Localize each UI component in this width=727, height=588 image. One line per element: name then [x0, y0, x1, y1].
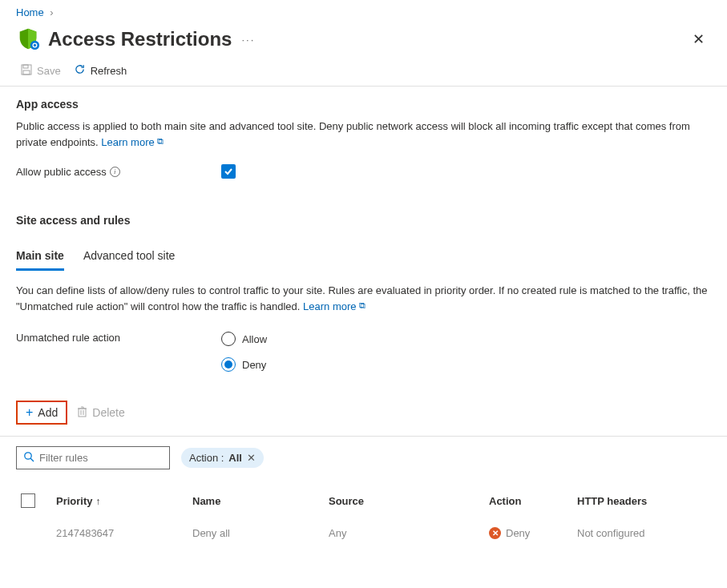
table-row[interactable]: 2147483647 Deny all Any ✕ Deny Not confi…	[16, 514, 711, 547]
site-access-heading: Site access and rules	[16, 214, 711, 227]
unmatched-rule-radios: Allow Deny	[221, 332, 267, 383]
radio-deny-label: Deny	[242, 359, 266, 371]
svg-rect-3	[23, 70, 30, 75]
refresh-button[interactable]: Refresh	[74, 63, 127, 78]
svg-rect-4	[79, 409, 86, 417]
deny-icon: ✕	[489, 527, 501, 539]
toolbar: Save Refresh	[0, 52, 727, 87]
external-icon: ⧉	[359, 300, 366, 310]
cell-source: Any	[329, 527, 489, 539]
allow-public-access-label: Allow public access i	[16, 166, 221, 178]
app-access-section: App access Public access is applied to b…	[0, 87, 727, 179]
save-icon	[21, 64, 32, 78]
save-button[interactable]: Save	[21, 64, 61, 78]
site-access-body: You can define lists of allow/deny rules…	[0, 272, 727, 383]
svg-rect-2	[23, 65, 28, 68]
radio-deny-row[interactable]: Deny	[221, 357, 267, 372]
more-icon[interactable]: ···	[241, 34, 255, 46]
sort-asc-icon: ↑	[95, 496, 100, 507]
filter-pill-value: All	[228, 452, 242, 464]
radio-allow[interactable]	[221, 332, 236, 346]
filter-input[interactable]	[39, 452, 163, 464]
radio-allow-row[interactable]: Allow	[221, 332, 267, 346]
filter-pill-clear-icon[interactable]: ✕	[247, 452, 256, 464]
search-icon	[23, 451, 34, 465]
breadcrumb: Home ›	[0, 0, 727, 22]
select-all-checkbox[interactable]	[21, 493, 35, 508]
chevron-right-icon: ›	[50, 6, 53, 18]
info-icon[interactable]: i	[110, 167, 120, 177]
app-access-desc: Public access is applied to both main si…	[16, 119, 711, 150]
site-access-section: Site access and rules	[0, 203, 727, 227]
learn-more-link-site[interactable]: Learn more ⧉	[303, 300, 366, 312]
col-source[interactable]: Source	[329, 495, 489, 507]
col-http[interactable]: HTTP headers	[577, 495, 697, 507]
col-priority[interactable]: Priority ↑	[56, 495, 192, 507]
breadcrumb-home[interactable]: Home	[16, 6, 44, 18]
shield-icon	[16, 26, 42, 52]
col-name[interactable]: Name	[192, 495, 329, 507]
delete-label: Delete	[92, 406, 124, 419]
learn-more-link-app[interactable]: Learn more ⧉	[101, 136, 164, 148]
external-icon: ⧉	[157, 136, 164, 146]
cell-http: Not configured	[577, 527, 697, 539]
svg-point-5	[25, 453, 31, 459]
add-label: Add	[38, 406, 58, 419]
tab-advanced-tool-site[interactable]: Advanced tool site	[83, 244, 175, 271]
add-button[interactable]: + Add	[16, 401, 67, 425]
page-title: Access Restrictions	[48, 28, 232, 50]
filter-pill-action[interactable]: Action : All ✕	[181, 448, 264, 468]
close-icon[interactable]: ✕	[686, 27, 711, 51]
tab-main-site[interactable]: Main site	[16, 244, 64, 271]
unmatched-rule-row: Unmatched rule action Allow Deny	[16, 332, 711, 383]
radio-allow-label: Allow	[242, 333, 267, 345]
allow-public-access-row: Allow public access i	[16, 164, 711, 179]
radio-deny[interactable]	[221, 357, 236, 372]
refresh-icon	[74, 63, 86, 78]
page-header: Access Restrictions ··· ✕	[0, 22, 727, 52]
site-tabs: Main site Advanced tool site	[0, 244, 727, 272]
delete-button[interactable]: Delete	[77, 406, 124, 420]
cell-name: Deny all	[192, 527, 329, 539]
site-access-desc: You can define lists of allow/deny rules…	[16, 283, 711, 314]
allow-public-access-checkbox[interactable]	[221, 164, 236, 179]
unmatched-rule-label: Unmatched rule action	[16, 332, 221, 344]
cell-priority: 2147483647	[56, 527, 192, 539]
filter-pill-prefix: Action :	[189, 452, 224, 464]
col-action[interactable]: Action	[489, 495, 577, 507]
app-access-heading: App access	[16, 98, 711, 111]
table-header: Priority ↑ Name Source Action HTTP heade…	[16, 487, 711, 514]
trash-icon	[77, 406, 87, 420]
save-label: Save	[37, 65, 61, 77]
rules-table: Priority ↑ Name Source Action HTTP heade…	[0, 487, 727, 547]
plus-icon: +	[26, 405, 33, 420]
filter-input-wrapper[interactable]	[16, 446, 170, 469]
filter-row: Action : All ✕	[0, 436, 727, 469]
rule-actions-bar: + Add Delete	[0, 401, 727, 425]
cell-action: ✕ Deny	[489, 527, 577, 539]
refresh-label: Refresh	[91, 65, 127, 77]
